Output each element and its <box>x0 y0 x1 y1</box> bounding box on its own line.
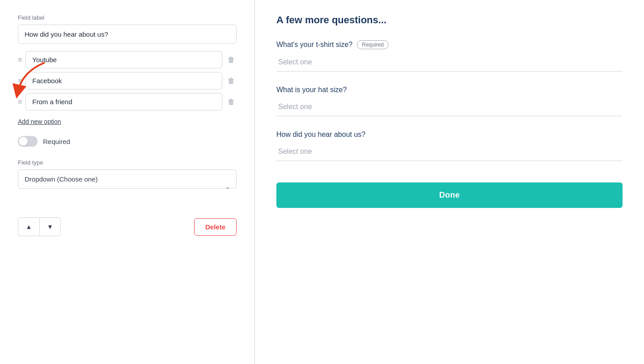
move-up-button[interactable]: ▲ <box>18 217 39 236</box>
required-label: Required <box>43 138 70 145</box>
select-dropdown-2[interactable]: Select one <box>276 142 623 161</box>
question-label-row-1: What is your hat size? <box>276 86 623 94</box>
select-wrapper-2: Select one <box>276 142 623 165</box>
add-new-option-button[interactable]: Add new option <box>18 118 61 125</box>
right-panel: A few more questions... What's your t-sh… <box>255 0 644 364</box>
select-dropdown-1[interactable]: Select one <box>276 97 623 116</box>
field-label-input[interactable] <box>18 25 237 44</box>
question-label-1: What is your hat size? <box>276 86 347 94</box>
bottom-actions: ▲ ▼ Delete <box>18 217 237 236</box>
question-block-1: What is your hat size?Select one <box>276 86 623 120</box>
questions-container: What's your t-shirt size?RequiredSelect … <box>276 40 623 165</box>
question-label-2: How did you hear about us? <box>276 131 365 139</box>
required-toggle[interactable] <box>18 136 38 147</box>
field-label-title: Field label <box>18 14 237 21</box>
required-badge-0: Required <box>357 40 389 49</box>
left-panel: Field label ≡ 🗑 ≡ 🗑 ≡ 🗑 Add new option R… <box>0 0 255 364</box>
delete-option-button-0[interactable]: 🗑 <box>226 54 237 66</box>
nav-buttons: ▲ ▼ <box>18 217 61 236</box>
required-row: Required <box>18 136 237 147</box>
question-block-2: How did you hear about us?Select one <box>276 131 623 165</box>
select-wrapper-1: Select one <box>276 97 623 120</box>
select-dropdown-0[interactable]: Select one <box>276 53 623 72</box>
toggle-knob <box>19 137 28 146</box>
question-label-row-0: What's your t-shirt size?Required <box>276 40 623 49</box>
field-type-select[interactable]: Dropdown (Choose one)CheckboxesRadio but… <box>18 169 237 189</box>
option-input-1[interactable] <box>25 72 222 89</box>
select-wrapper-0: Select one <box>276 53 623 75</box>
delete-button[interactable]: Delete <box>194 218 237 236</box>
arrow-annotation <box>9 58 54 98</box>
question-block-0: What's your t-shirt size?RequiredSelect … <box>276 40 623 75</box>
done-button[interactable]: Done <box>276 182 623 208</box>
option-input-2[interactable] <box>25 93 222 110</box>
delete-option-button-2[interactable]: 🗑 <box>226 96 237 108</box>
drag-handle-icon[interactable]: ≡ <box>18 98 22 106</box>
move-down-button[interactable]: ▼ <box>39 217 61 236</box>
question-label-0: What's your t-shirt size? <box>276 41 352 49</box>
option-input-0[interactable] <box>25 51 222 68</box>
preview-title: A few more questions... <box>276 14 623 26</box>
field-type-title: Field type <box>18 159 237 166</box>
delete-option-button-1[interactable]: 🗑 <box>226 75 237 87</box>
question-label-row-2: How did you hear about us? <box>276 131 623 139</box>
field-type-wrapper: Dropdown (Choose one)CheckboxesRadio but… <box>18 169 237 203</box>
